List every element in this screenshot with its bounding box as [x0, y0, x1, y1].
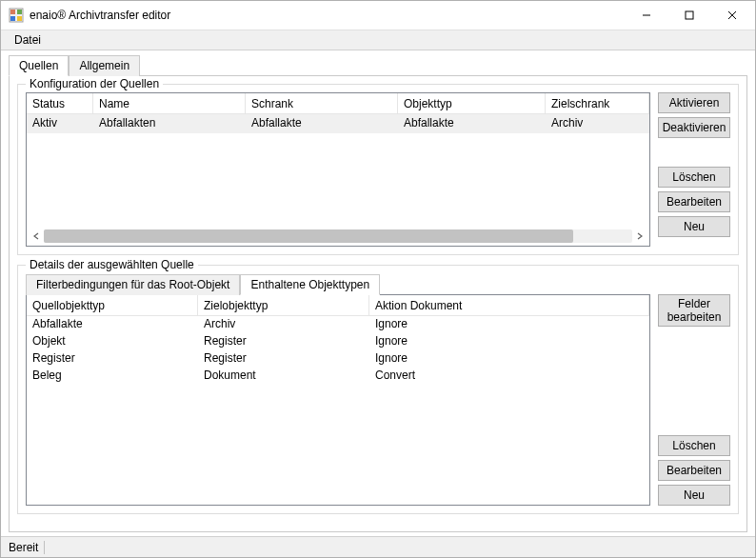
activate-button[interactable]: Aktivieren: [658, 92, 730, 113]
col-aktion[interactable]: Aktion Dokument: [369, 295, 649, 315]
titlebar: enaio® Archivtransfer editor: [1, 1, 755, 30]
cell-aktion: Ignore: [369, 333, 649, 350]
maximize-button[interactable]: [667, 2, 710, 29]
details-buttons: Felder bearbeiten Löschen Bearbeiten Neu: [658, 294, 730, 506]
delete-source-button[interactable]: Löschen: [658, 167, 730, 188]
edit-detail-button[interactable]: Bearbeiten: [658, 460, 730, 481]
status-text: Bereit: [9, 541, 38, 554]
col-zielschrank[interactable]: Zielschrank: [546, 93, 649, 113]
cell-quell: Beleg: [27, 368, 198, 385]
cell-quell: Register: [27, 350, 198, 368]
edit-fields-button[interactable]: Felder bearbeiten: [658, 294, 730, 327]
svg-rect-4: [17, 16, 22, 21]
cell-schrank: Abfallakte: [246, 114, 398, 133]
window-controls: [625, 2, 753, 29]
group-sources-title: Konfiguration der Quellen: [26, 77, 163, 90]
details-table-header: Quellobjekttyp Zielobjekttyp Aktion Doku…: [27, 295, 649, 316]
col-status[interactable]: Status: [27, 93, 93, 113]
cell-quell: Objekt: [27, 333, 198, 350]
statusbar: Bereit: [1, 536, 755, 557]
sources-table-header: Status Name Schrank Objekttyp Zielschran…: [27, 93, 649, 114]
new-source-button[interactable]: Neu: [658, 216, 730, 237]
spacer: [658, 142, 730, 163]
minimize-button[interactable]: [625, 2, 667, 29]
details-subtabs: Filterbedingungen für das Root-Objekt En…: [26, 273, 730, 294]
scroll-track[interactable]: [44, 229, 632, 243]
table-row[interactable]: Aktiv Abfallakten Abfallakte Abfallakte …: [27, 114, 649, 133]
main-tabs: Quellen Allgemein: [9, 54, 755, 75]
cell-ziel: Archiv: [198, 316, 369, 333]
status-separator: [44, 541, 45, 554]
tab-contained-types[interactable]: Enthaltene Objekttypen: [240, 274, 380, 295]
cell-objekttyp: Abfallakte: [398, 114, 546, 133]
delete-detail-button[interactable]: Löschen: [658, 435, 730, 456]
app-icon: [9, 8, 24, 23]
app-window: enaio® Archivtransfer editor Datei Quell…: [0, 0, 756, 558]
cell-ziel: Register: [198, 350, 369, 368]
col-quellobjekttyp[interactable]: Quellobjekttyp: [27, 295, 198, 315]
col-zielobjekttyp[interactable]: Zielobjekttyp: [198, 295, 369, 315]
cell-ziel: Register: [198, 333, 369, 350]
cell-aktion: Ignore: [369, 350, 649, 368]
cell-aktion: Ignore: [369, 316, 649, 333]
cell-status: Aktiv: [27, 114, 93, 133]
col-schrank[interactable]: Schrank: [246, 93, 398, 113]
table-row[interactable]: Abfallakte Archiv Ignore: [27, 316, 649, 333]
cell-quell: Abfallakte: [27, 316, 198, 333]
cell-aktion: Convert: [369, 368, 649, 385]
table-row[interactable]: Register Register Ignore: [27, 350, 649, 368]
tab-general[interactable]: Allgemein: [69, 55, 140, 76]
table-row[interactable]: Objekt Register Ignore: [27, 333, 649, 350]
cell-name: Abfallakten: [93, 114, 246, 133]
spacer: [658, 330, 730, 431]
scroll-right-icon[interactable]: [632, 229, 647, 244]
horizontal-scrollbar[interactable]: [29, 229, 647, 244]
details-table[interactable]: Quellobjekttyp Zielobjekttyp Aktion Doku…: [26, 294, 650, 506]
svg-rect-3: [10, 16, 15, 21]
deactivate-button[interactable]: Deaktivieren: [658, 117, 730, 138]
sources-table[interactable]: Status Name Schrank Objekttyp Zielschran…: [26, 92, 650, 247]
new-detail-button[interactable]: Neu: [658, 485, 730, 506]
group-details-title: Details der ausgewählten Quelle: [26, 258, 198, 271]
col-name[interactable]: Name: [93, 93, 246, 113]
svg-rect-2: [17, 10, 22, 14]
scroll-thumb[interactable]: [44, 229, 573, 243]
menubar: Datei: [1, 30, 755, 50]
tab-filter-conditions[interactable]: Filterbedingungen für das Root-Objekt: [26, 274, 240, 295]
svg-rect-6: [686, 11, 693, 19]
window-title: enaio® Archivtransfer editor: [30, 9, 625, 22]
tab-content-sources: Konfiguration der Quellen Status Name Sc…: [9, 75, 747, 532]
menu-file[interactable]: Datei: [7, 31, 49, 49]
cell-ziel: Dokument: [198, 368, 369, 385]
edit-source-button[interactable]: Bearbeiten: [658, 191, 730, 212]
cell-zielschrank: Archiv: [546, 114, 649, 133]
group-details: Details der ausgewählten Quelle Filterbe…: [17, 265, 739, 514]
col-objekttyp[interactable]: Objekttyp: [398, 93, 546, 113]
close-button[interactable]: [710, 2, 753, 29]
table-row[interactable]: Beleg Dokument Convert: [27, 368, 649, 385]
svg-rect-1: [10, 10, 15, 14]
group-sources-config: Konfiguration der Quellen Status Name Sc…: [17, 84, 739, 255]
scroll-left-icon[interactable]: [29, 229, 44, 244]
sources-buttons: Aktivieren Deaktivieren Löschen Bearbeit…: [658, 92, 730, 247]
tab-sources[interactable]: Quellen: [9, 55, 69, 76]
